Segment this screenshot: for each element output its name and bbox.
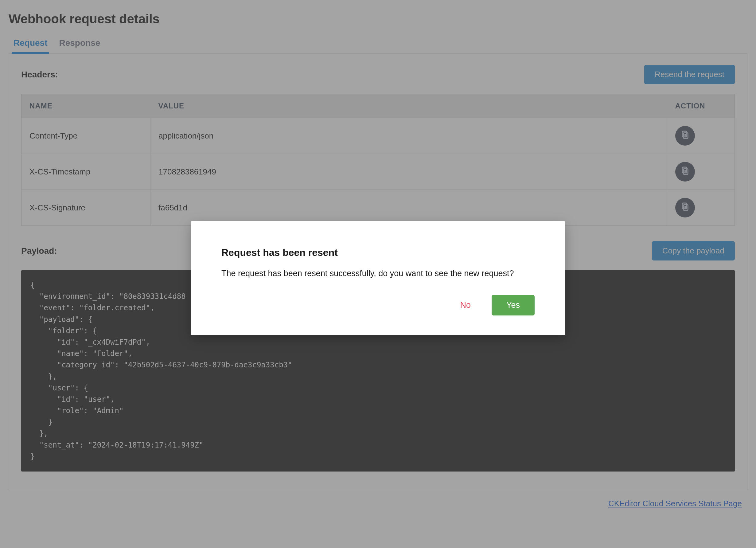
modal-yes-button[interactable]: Yes bbox=[492, 295, 535, 316]
modal-actions: No Yes bbox=[221, 295, 535, 316]
modal-title: Request has been resent bbox=[221, 247, 535, 258]
modal-message: The request has been resent successfully… bbox=[221, 269, 535, 278]
modal-overlay[interactable]: Request has been resent The request has … bbox=[0, 0, 756, 518]
resend-confirm-modal: Request has been resent The request has … bbox=[191, 221, 565, 335]
modal-no-button[interactable]: No bbox=[451, 296, 479, 314]
